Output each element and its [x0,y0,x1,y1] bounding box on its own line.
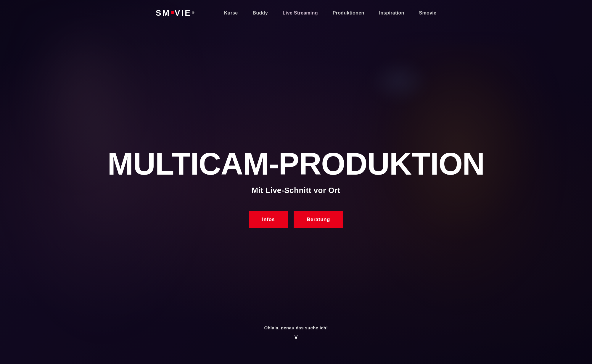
logo-registered: ® [192,11,194,15]
infos-button[interactable]: Infos [249,211,288,228]
logo[interactable]: SM VIE ® [156,8,194,18]
logo-dot-icon [171,11,174,14]
beratung-button[interactable]: Beratung [294,211,343,228]
nav-link-smovie[interactable]: Smovie [419,10,437,16]
nav-link-produktionen[interactable]: Produktionen [333,10,364,16]
hero-subtitle: Mit Live-Schnitt vor Ort [252,186,340,195]
nav-links: Kurse Buddy Live Streaming Produktionen … [224,10,437,16]
bottom-cta: Ohlala, genau das suche ich! ∨ [0,325,592,340]
hero-buttons: Infos Beratung [249,211,343,228]
logo-text-end: VIE [175,8,192,18]
nav-link-inspiration[interactable]: Inspiration [379,10,404,16]
hero-content: MULTICAM-PRODUKTION Mit Live-Schnitt vor… [0,0,592,364]
nav-link-live-streaming[interactable]: Live Streaming [283,10,318,16]
hero-title: MULTICAM-PRODUKTION [107,148,485,179]
navbar: SM VIE ® Kurse Buddy Live Streaming Prod… [0,0,592,26]
nav-link-kurse[interactable]: Kurse [224,10,238,16]
logo-text-start: SM [156,8,170,18]
chevron-down-icon[interactable]: ∨ [294,334,298,340]
bottom-cta-text: Ohlala, genau das suche ich! [264,325,328,330]
nav-link-buddy[interactable]: Buddy [253,10,268,16]
